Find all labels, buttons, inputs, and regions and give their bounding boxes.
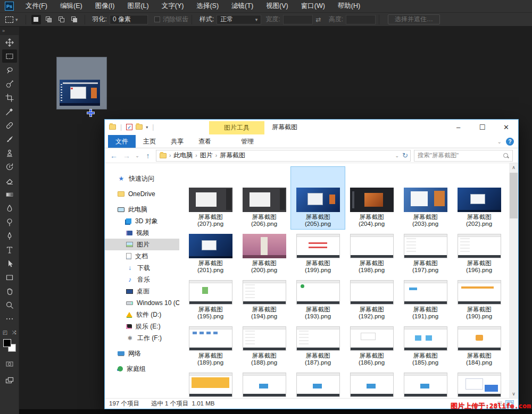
toolbar-collapse-icon[interactable]: » — [0, 27, 19, 35]
recent-locations-icon[interactable]: ⌄ — [135, 153, 140, 158]
new-folder-icon[interactable] — [136, 124, 143, 130]
breadcrumb-screenshots[interactable]: 屏幕截图 — [220, 151, 245, 160]
file-item[interactable]: 屏幕截图(197).png — [398, 231, 452, 275]
menu-type[interactable]: 文字(Y) — [155, 0, 190, 13]
file-item[interactable]: 屏幕截图(203).png — [398, 184, 452, 229]
menu-view[interactable]: 视图(V) — [260, 0, 295, 13]
width-input[interactable] — [283, 15, 313, 24]
file-item[interactable]: 屏幕截图(199).png — [291, 231, 345, 275]
explorer-titlebar[interactable]: | ✓ ▾ | 图片工具 屏幕截图 – ☐ ✕ — [105, 120, 518, 134]
brush-tool[interactable] — [2, 132, 17, 146]
file-item[interactable] — [398, 369, 452, 398]
file-item[interactable]: 屏幕截图(185).png — [398, 323, 452, 368]
tool-preset-picker[interactable]: ▾ — [0, 16, 22, 23]
file-item[interactable]: 屏幕截图(198).png — [345, 231, 398, 275]
tab-share[interactable]: 共享 — [163, 135, 191, 148]
file-item[interactable] — [452, 369, 506, 398]
eyedropper-tool[interactable] — [2, 105, 17, 118]
shape-tool[interactable] — [2, 271, 17, 284]
menu-image[interactable]: 图像(I) — [89, 0, 121, 13]
sidebar-item-desktop[interactable]: 桌面 — [105, 285, 179, 297]
sidebar-item-folder[interactable]: OneDrive — [105, 188, 179, 200]
menu-layer[interactable]: 图层(L) — [121, 0, 155, 13]
sidebar-item-cube[interactable]: 3D 对象 — [105, 215, 179, 227]
swap-colors-icon[interactable]: ⤨ — [12, 329, 16, 336]
marquee-tool[interactable] — [2, 49, 17, 63]
file-item[interactable]: 屏幕截图(205).png — [291, 184, 345, 229]
file-item[interactable]: 屏幕截图(193).png — [291, 277, 345, 322]
scrollbar-thumb[interactable] — [510, 173, 518, 218]
file-item[interactable]: 屏幕截图(204).png — [345, 184, 398, 229]
file-item[interactable]: 屏幕截图(186).png — [345, 323, 398, 368]
sidebar-item-drive-f[interactable]: ✱工作 (F:) — [105, 332, 179, 344]
quick-select-tool[interactable] — [2, 77, 17, 90]
subtract-selection-button[interactable] — [57, 15, 66, 24]
file-item[interactable]: 屏幕截图(200).png — [237, 231, 291, 275]
file-item[interactable]: 屏幕截图(189).png — [184, 323, 237, 368]
menu-select[interactable]: 选择(S) — [190, 0, 225, 13]
file-item[interactable]: 屏幕截图(188).png — [237, 323, 291, 368]
sidebar-item-download[interactable]: ↓下载 — [105, 262, 179, 274]
file-item[interactable] — [345, 369, 398, 398]
file-item[interactable]: 屏幕截图(196).png — [452, 231, 506, 275]
clone-stamp-tool[interactable] — [2, 146, 17, 159]
eraser-tool[interactable] — [2, 174, 17, 187]
screen-mode-button[interactable] — [2, 374, 17, 387]
zoom-tool[interactable] — [2, 298, 17, 311]
quick-mask-button[interactable] — [2, 357, 17, 370]
close-button[interactable]: ✕ — [494, 120, 518, 134]
ribbon-collapse-icon[interactable]: ⌄ — [497, 139, 502, 145]
folder-icon[interactable] — [109, 124, 116, 130]
picture-tools-context-tab[interactable]: 图片工具 — [209, 121, 264, 134]
path-select-tool[interactable] — [2, 257, 17, 270]
height-input[interactable] — [346, 15, 376, 24]
file-item[interactable]: 屏幕截图(202).png — [452, 184, 506, 229]
sidebar-item-homegroup[interactable]: 家庭组 — [105, 363, 179, 375]
properties-icon[interactable]: ✓ — [126, 124, 132, 130]
sidebar-item-picture[interactable]: 图片 — [105, 239, 179, 250]
sidebar-item-document[interactable]: 文档 — [105, 250, 179, 262]
healing-tool[interactable] — [2, 119, 17, 132]
address-bar[interactable]: › 此电脑 › 图片 › 屏幕截图 ⌄ ↻ — [156, 150, 411, 162]
back-button[interactable]: ← — [109, 151, 119, 160]
sidebar-item-network[interactable]: 网络 — [105, 348, 179, 359]
file-item[interactable]: 屏幕截图(187).png — [291, 323, 345, 368]
tab-view[interactable]: 查看 — [191, 135, 219, 148]
menu-file[interactable]: 文件(F) — [19, 0, 54, 13]
search-input[interactable]: 搜索"屏幕截图" — [414, 150, 513, 162]
sidebar-item-drive-d[interactable]: 软件 (D:) — [105, 309, 179, 320]
minimize-button[interactable]: – — [446, 120, 470, 134]
hand-tool[interactable] — [2, 284, 17, 298]
vertical-scrollbar[interactable]: ∧ ∨ — [509, 163, 518, 398]
move-tool[interactable] — [2, 36, 17, 49]
scroll-up-icon[interactable]: ∧ — [509, 163, 518, 172]
default-colors-icon[interactable]: ◰ — [3, 329, 7, 336]
maximize-button[interactable]: ☐ — [470, 120, 494, 134]
antialias-checkbox[interactable] — [154, 16, 160, 22]
forward-button[interactable]: → — [122, 151, 131, 160]
qat-customize-icon[interactable]: ▾ — [146, 125, 148, 130]
dodge-tool[interactable] — [2, 215, 17, 229]
select-and-mask-button[interactable]: 选择并遮住… — [388, 14, 440, 24]
file-item[interactable]: 屏幕截图(192).png — [345, 277, 398, 322]
scroll-down-icon[interactable]: ∨ — [509, 390, 518, 398]
sidebar-item-drive[interactable]: Windows 10 (C:) — [105, 297, 179, 309]
tab-home[interactable]: 主页 — [136, 135, 163, 148]
swap-dimensions-icon[interactable]: ⇄ — [316, 16, 321, 23]
up-button[interactable]: ↑ — [143, 151, 153, 160]
menu-filter[interactable]: 滤镜(T) — [225, 0, 260, 13]
file-item[interactable] — [184, 369, 237, 398]
more-tool[interactable] — [2, 312, 17, 325]
menu-help[interactable]: 帮助(H) — [331, 0, 367, 13]
style-dropdown[interactable]: 正常 ▾ — [217, 15, 261, 24]
file-item[interactable]: 屏幕截图(190).png — [452, 277, 506, 322]
file-item[interactable]: 屏幕截图(201).png — [184, 231, 237, 275]
file-item[interactable]: 屏幕截图(194).png — [237, 277, 291, 322]
sidebar-item-star[interactable]: ★快速访问 — [105, 173, 179, 184]
type-tool[interactable] — [2, 243, 17, 256]
tab-manage[interactable]: 管理 — [234, 135, 261, 148]
file-item[interactable]: 屏幕截图(207).png — [184, 184, 237, 229]
breadcrumb-pictures[interactable]: 图片 — [200, 151, 213, 160]
intersect-selection-button[interactable] — [70, 15, 79, 24]
add-selection-button[interactable] — [44, 15, 54, 24]
